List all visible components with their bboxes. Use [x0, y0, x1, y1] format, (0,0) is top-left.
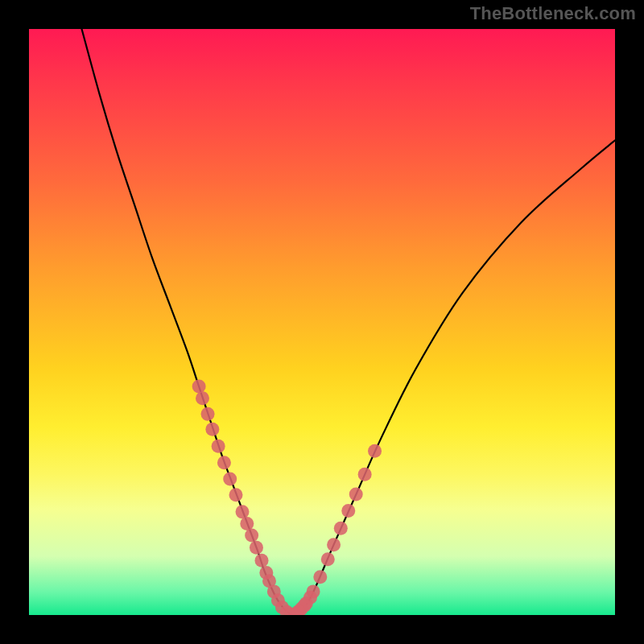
marker-group: [192, 380, 382, 615]
chart-svg: [29, 29, 615, 615]
chart-frame: TheBottleneck.com: [0, 0, 644, 644]
data-marker: [235, 505, 249, 518]
data-marker: [321, 552, 335, 566]
watermark-label: TheBottleneck.com: [470, 3, 636, 24]
plot-area: [29, 29, 615, 615]
data-marker: [217, 456, 231, 469]
curve-line: [82, 29, 615, 614]
data-marker: [240, 517, 254, 530]
data-marker: [223, 473, 237, 486]
data-marker: [349, 488, 363, 502]
data-marker: [229, 488, 242, 502]
data-marker: [192, 380, 206, 394]
data-marker: [313, 570, 327, 584]
data-marker: [334, 522, 348, 535]
data-marker: [255, 554, 269, 568]
data-marker: [245, 528, 258, 542]
data-marker: [358, 468, 372, 481]
data-marker: [196, 391, 209, 405]
data-marker: [205, 423, 219, 436]
data-marker: [250, 541, 263, 555]
data-marker: [327, 538, 341, 551]
data-marker: [368, 444, 382, 458]
data-marker: [201, 407, 215, 421]
data-marker: [212, 440, 225, 453]
data-marker: [341, 504, 355, 518]
